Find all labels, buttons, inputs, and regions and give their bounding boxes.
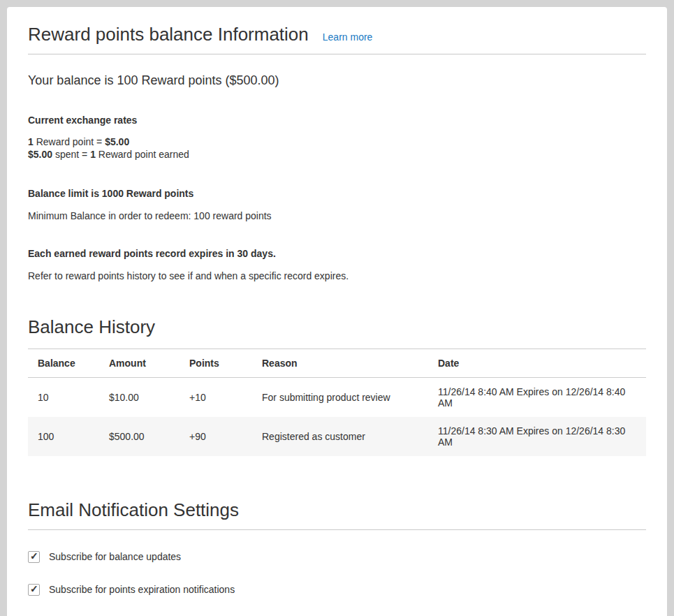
page-header: Reward points balance Information Learn … (28, 24, 646, 45)
redeem-rate-line: 1 Reward point = $5.00 (28, 135, 646, 148)
subscribe-expiration-checkbox[interactable] (28, 584, 40, 596)
cell-points: +90 (182, 417, 255, 456)
divider (28, 54, 646, 54)
cell-reason: Registered as customer (255, 417, 431, 456)
reward-points-panel: Reward points balance Information Learn … (7, 7, 667, 616)
column-header-amount: Amount (102, 349, 182, 377)
column-header-reason: Reason (255, 349, 431, 377)
expiration-note: Refer to reward points history to see if… (28, 270, 646, 281)
column-header-date: Date (431, 349, 646, 377)
cell-reason: For submitting product review (255, 377, 431, 417)
earn-rate-line: $5.00 spent = 1 Reward point earned (28, 148, 646, 161)
subscribe-expiration-label[interactable]: Subscribe for points expiration notifica… (49, 584, 235, 595)
balance-history-title: Balance History (28, 316, 646, 338)
cell-balance: 10 (28, 377, 102, 417)
page-title: Reward points balance Information (28, 24, 309, 45)
min-redeem-note: Minimum Balance in order to redeem: 100 … (28, 210, 646, 221)
exchange-rates-heading: Current exchange rates (28, 115, 646, 126)
email-settings-title: Email Notification Settings (28, 499, 646, 521)
cell-date: 11/26/14 8:30 AM Expires on 12/26/14 8:3… (431, 417, 646, 456)
table-row: 10 $10.00 +10 For submitting product rev… (28, 377, 646, 417)
subscribe-balance-row: Subscribe for balance updates (28, 551, 646, 563)
cell-points: +10 (182, 377, 255, 417)
column-header-points: Points (182, 349, 255, 377)
learn-more-link[interactable]: Learn more (323, 31, 373, 43)
table-header-row: Balance Amount Points Reason Date (28, 349, 646, 377)
cell-amount: $500.00 (102, 417, 182, 456)
exchange-rates: 1 Reward point = $5.00 $5.00 spent = 1 R… (28, 135, 646, 161)
subscribe-expiration-row: Subscribe for points expiration notifica… (28, 584, 646, 596)
divider (28, 529, 646, 530)
cell-amount: $10.00 (102, 377, 182, 417)
balance-summary: Your balance is 100 Reward points ($500.… (28, 73, 646, 88)
subscribe-balance-checkbox[interactable] (28, 551, 40, 563)
balance-history-table: Balance Amount Points Reason Date 10 $10… (28, 349, 646, 456)
cell-balance: 100 (28, 417, 102, 456)
balance-limit: Balance limit is 1000 Reward points (28, 188, 646, 199)
column-header-balance: Balance (28, 349, 102, 377)
expiration-rule: Each earned reward points record expires… (28, 248, 646, 259)
cell-date: 11/26/14 8:40 AM Expires on 12/26/14 8:4… (431, 377, 646, 417)
table-row: 100 $500.00 +90 Registered as customer 1… (28, 417, 646, 456)
subscribe-balance-label[interactable]: Subscribe for balance updates (49, 551, 181, 562)
